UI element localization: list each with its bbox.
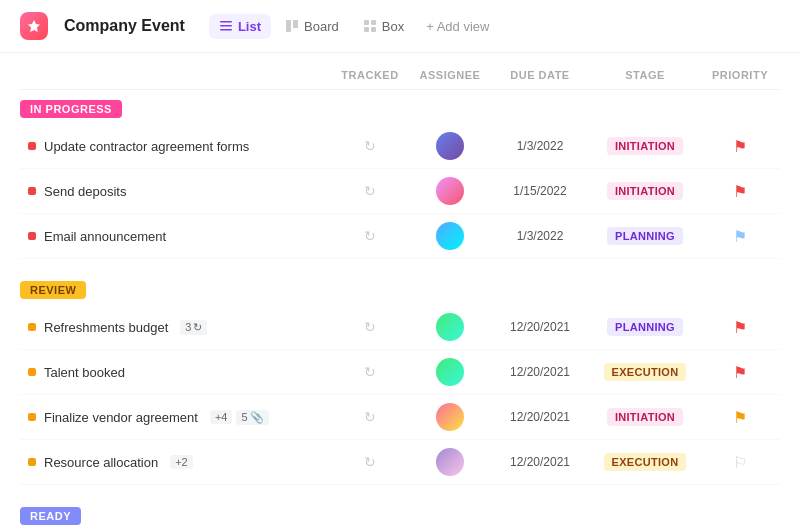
section-badge-review: REVIEW bbox=[20, 281, 86, 299]
list-icon bbox=[219, 19, 233, 33]
stage-badge: INITIATION bbox=[607, 182, 683, 200]
section-header-ready: READY bbox=[20, 497, 780, 531]
tracked-icon: ↻ bbox=[364, 183, 376, 199]
stage-cell: INITIATION bbox=[590, 182, 700, 200]
stage-badge: INITIATION bbox=[607, 137, 683, 155]
task-name-cell: Update contractor agreement forms bbox=[20, 139, 330, 154]
task-label: Email announcement bbox=[44, 229, 166, 244]
col-due-date: Due Date bbox=[490, 69, 590, 81]
priority-cell: ⚐ bbox=[700, 453, 780, 472]
assignee-cell bbox=[410, 448, 490, 476]
tracked-cell: ↻ bbox=[330, 228, 410, 244]
svg-rect-6 bbox=[371, 20, 376, 25]
stage-badge: PLANNING bbox=[607, 318, 683, 336]
task-meta: +2 bbox=[170, 455, 193, 469]
svg-rect-7 bbox=[364, 27, 369, 32]
task-name-cell: Talent booked bbox=[20, 365, 330, 380]
priority-none-icon: ⚐ bbox=[733, 453, 747, 472]
task-name-cell: Finalize vendor agreement +45 📎 bbox=[20, 410, 330, 425]
priority-cell: ⚑ bbox=[700, 408, 780, 427]
priority-cell: ⚑ bbox=[700, 182, 780, 201]
stage-cell: INITIATION bbox=[590, 137, 700, 155]
table-row[interactable]: Resource allocation +2 ↻ 12/20/2021 EXEC… bbox=[20, 440, 780, 485]
task-dot bbox=[28, 413, 36, 421]
task-name-cell: Send deposits bbox=[20, 184, 330, 199]
section-header-review: REVIEW bbox=[20, 271, 780, 305]
svg-rect-5 bbox=[364, 20, 369, 25]
task-dot bbox=[28, 187, 36, 195]
assignee-cell bbox=[410, 313, 490, 341]
due-date-cell: 12/20/2021 bbox=[490, 410, 590, 424]
avatar bbox=[436, 358, 464, 386]
due-date-cell: 1/3/2022 bbox=[490, 229, 590, 243]
table-row[interactable]: Update contractor agreement forms ↻ 1/3/… bbox=[20, 124, 780, 169]
task-extra-badge: +2 bbox=[170, 455, 193, 469]
tab-board[interactable]: Board bbox=[275, 14, 349, 39]
due-date-cell: 12/20/2021 bbox=[490, 320, 590, 334]
task-name-cell: Refreshments budget 3 ↻ bbox=[20, 320, 330, 335]
tab-box[interactable]: Box bbox=[353, 14, 414, 39]
due-date-cell: 12/20/2021 bbox=[490, 365, 590, 379]
stage-badge: EXECUTION bbox=[604, 453, 687, 471]
tracked-cell: ↻ bbox=[330, 409, 410, 425]
add-view-button[interactable]: + Add view bbox=[418, 14, 497, 39]
tracked-icon: ↻ bbox=[364, 454, 376, 470]
section-review: REVIEW Refreshments budget 3 ↻ ↻ 12/20/2… bbox=[20, 271, 780, 485]
priority-high-icon: ⚑ bbox=[733, 363, 747, 382]
col-priority: Priority bbox=[700, 69, 780, 81]
svg-rect-3 bbox=[286, 20, 291, 32]
task-name-cell: Email announcement bbox=[20, 229, 330, 244]
priority-cell: ⚑ bbox=[700, 137, 780, 156]
meta-icon: 📎 bbox=[250, 411, 264, 424]
column-headers: Tracked Assignee Due Date Stage Priority bbox=[20, 61, 780, 90]
table-row[interactable]: Refreshments budget 3 ↻ ↻ 12/20/2021 PLA… bbox=[20, 305, 780, 350]
tracked-icon: ↻ bbox=[364, 319, 376, 335]
due-date-cell: 1/15/2022 bbox=[490, 184, 590, 198]
tracked-cell: ↻ bbox=[330, 454, 410, 470]
stage-cell: PLANNING bbox=[590, 227, 700, 245]
col-stage: Stage bbox=[590, 69, 700, 81]
task-label: Finalize vendor agreement bbox=[44, 410, 198, 425]
task-meta: +45 📎 bbox=[210, 410, 269, 425]
col-name bbox=[20, 69, 330, 81]
task-label: Talent booked bbox=[44, 365, 125, 380]
task-dot bbox=[28, 458, 36, 466]
task-dot bbox=[28, 142, 36, 150]
board-icon bbox=[285, 19, 299, 33]
assignee-cell bbox=[410, 403, 490, 431]
priority-cell: ⚑ bbox=[700, 227, 780, 246]
table-row[interactable]: Finalize vendor agreement +45 📎 ↻ 12/20/… bbox=[20, 395, 780, 440]
stage-cell: INITIATION bbox=[590, 408, 700, 426]
section-badge-inprogress: IN PROGRESS bbox=[20, 100, 122, 118]
priority-medium-icon: ⚑ bbox=[733, 408, 747, 427]
avatar bbox=[436, 132, 464, 160]
table-row[interactable]: Send deposits ↻ 1/15/2022 INITIATION ⚑ bbox=[20, 169, 780, 214]
col-assignee: Assignee bbox=[410, 69, 490, 81]
svg-rect-1 bbox=[220, 25, 232, 27]
task-label: Refreshments budget bbox=[44, 320, 168, 335]
table-row[interactable]: Email announcement ↻ 1/3/2022 PLANNING ⚑ bbox=[20, 214, 780, 259]
table-row[interactable]: Talent booked ↻ 12/20/2021 EXECUTION ⚑ bbox=[20, 350, 780, 395]
stage-cell: EXECUTION bbox=[590, 363, 700, 381]
svg-rect-0 bbox=[220, 21, 232, 23]
task-label: Send deposits bbox=[44, 184, 126, 199]
project-title: Company Event bbox=[64, 17, 185, 35]
header: Company Event List Board Box bbox=[0, 0, 800, 53]
priority-high-icon: ⚑ bbox=[733, 137, 747, 156]
priority-cell: ⚑ bbox=[700, 363, 780, 382]
tracked-icon: ↻ bbox=[364, 138, 376, 154]
svg-rect-2 bbox=[220, 29, 232, 31]
main-content: Tracked Assignee Due Date Stage Priority… bbox=[0, 61, 800, 531]
tab-list[interactable]: List bbox=[209, 14, 271, 39]
tracked-cell: ↻ bbox=[330, 138, 410, 154]
section-inprogress: IN PROGRESS Update contractor agreement … bbox=[20, 90, 780, 259]
avatar bbox=[436, 448, 464, 476]
task-meta-badge: 5 📎 bbox=[236, 410, 268, 425]
assignee-cell bbox=[410, 222, 490, 250]
task-dot bbox=[28, 323, 36, 331]
svg-rect-4 bbox=[293, 20, 298, 28]
stage-badge: INITIATION bbox=[607, 408, 683, 426]
task-meta-badge: 3 ↻ bbox=[180, 320, 207, 335]
box-icon bbox=[363, 19, 377, 33]
priority-low-icon: ⚑ bbox=[733, 227, 747, 246]
